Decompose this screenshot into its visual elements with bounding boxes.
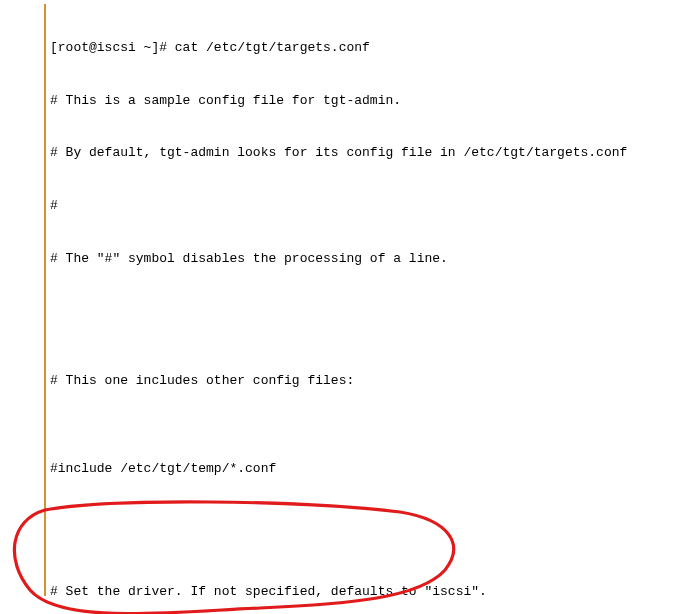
shell-prompt-line: [root@iscsi ~]# cat /etc/tgt/targets.con… — [50, 39, 689, 57]
screenshot-root: [root@iscsi ~]# cat /etc/tgt/targets.con… — [0, 0, 697, 614]
config-line: #include /etc/tgt/temp/*.conf — [50, 460, 689, 478]
config-line: # — [50, 197, 689, 215]
config-line: # Set the driver. If not specified, defa… — [50, 583, 689, 601]
terminal-output: [root@iscsi ~]# cat /etc/tgt/targets.con… — [50, 4, 689, 614]
config-line: # The "#" symbol disables the processing… — [50, 250, 689, 268]
config-line: # This one includes other config files: — [50, 372, 689, 390]
vertical-rule — [44, 4, 46, 596]
config-line: # By default, tgt-admin looks for its co… — [50, 144, 689, 162]
config-line: # This is a sample config file for tgt-a… — [50, 92, 689, 110]
